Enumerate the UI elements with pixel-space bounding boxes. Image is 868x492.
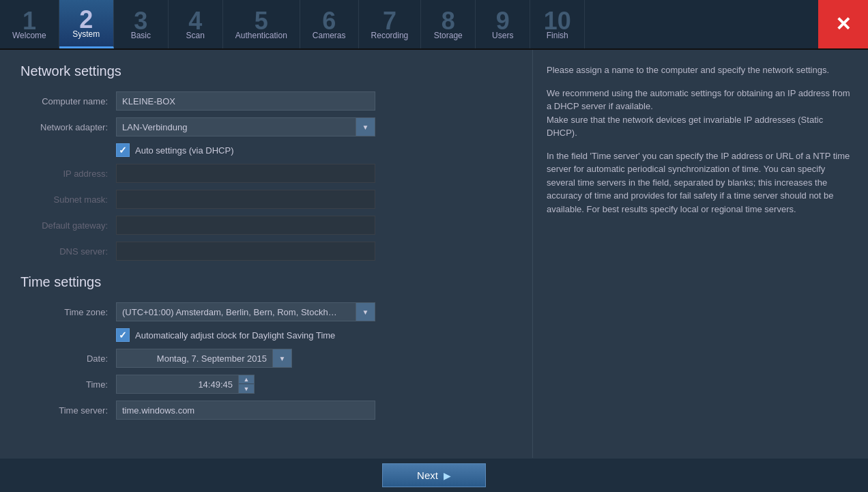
time-input[interactable] <box>116 375 239 394</box>
auto-settings-checkbox[interactable]: ✓ <box>116 143 130 157</box>
nav-item-authentication[interactable]: 5 Authentication <box>223 0 300 48</box>
network-adapter-input[interactable] <box>116 117 356 136</box>
computer-name-input[interactable] <box>116 91 375 111</box>
info-paragraph-3: In the field 'Time server' you can speci… <box>547 149 854 216</box>
time-server-input[interactable] <box>116 401 375 420</box>
nav-item-cameras[interactable]: 6 Cameras <box>300 0 359 48</box>
nav-item-finish[interactable]: 10 Finish <box>530 0 585 48</box>
time-server-label: Time server: <box>20 405 116 416</box>
dns-server-row: DNS server: <box>20 242 512 261</box>
next-label: Next <box>417 469 438 481</box>
right-info-panel: Please assign a name to the computer and… <box>532 50 868 492</box>
nav-item-basic[interactable]: 3 Basic <box>114 0 169 48</box>
default-gateway-label: Default gateway: <box>20 220 116 231</box>
checkmark-icon-2: ✓ <box>119 330 127 341</box>
timezone-input[interactable] <box>116 302 356 321</box>
subnet-mask-row: Subnet mask: <box>20 190 512 209</box>
ip-address-input[interactable] <box>116 164 375 183</box>
time-spinner-buttons: ▲ ▼ <box>239 375 255 394</box>
computer-name-label: Computer name: <box>20 96 116 106</box>
dns-server-input[interactable] <box>116 242 375 261</box>
top-navigation: 1 Welcome 2 System 3 Basic 4 Scan 5 Auth… <box>0 0 868 50</box>
checkmark-icon: ✓ <box>119 145 127 156</box>
next-arrow-icon: ▶ <box>444 470 451 481</box>
daylight-saving-label: Automatically adjust clock for Daylight … <box>135 330 335 341</box>
info-paragraph-2: We recommend using the automatic setting… <box>547 87 854 140</box>
network-section-title: Network settings <box>20 63 512 79</box>
main-content: Network settings Computer name: Network … <box>0 50 868 492</box>
subnet-mask-label: Subnet mask: <box>20 194 116 205</box>
dns-server-label: DNS server: <box>20 246 116 257</box>
default-gateway-input[interactable] <box>116 216 375 235</box>
network-adapter-label: Network adapter: <box>20 122 116 132</box>
bottom-bar: Next ▶ <box>0 458 868 492</box>
nav-item-scan[interactable]: 4 Scan <box>169 0 223 48</box>
time-spinner: ▲ ▼ <box>116 375 255 394</box>
network-adapter-row: Network adapter: ▼ <box>20 117 512 136</box>
time-section-title: Time settings <box>20 274 512 290</box>
nav-item-users[interactable]: 9 Users <box>476 0 530 48</box>
time-increment-button[interactable]: ▲ <box>239 375 254 384</box>
close-icon: ✕ <box>835 13 851 35</box>
info-paragraph-1: Please assign a name to the computer and… <box>547 63 854 77</box>
nav-item-recording[interactable]: 7 Recording <box>359 0 422 48</box>
ip-address-label: IP address: <box>20 169 116 179</box>
date-picker: ▼ <box>116 349 292 368</box>
date-label: Date: <box>20 353 116 364</box>
auto-settings-row: ✓ Auto settings (via DHCP) <box>116 143 512 157</box>
auto-settings-label: Auto settings (via DHCP) <box>135 145 234 156</box>
time-label: Time: <box>20 379 116 390</box>
nav-item-welcome[interactable]: 1 Welcome <box>0 0 59 48</box>
default-gateway-row: Default gateway: <box>20 216 512 235</box>
daylight-saving-checkbox[interactable]: ✓ <box>116 328 130 342</box>
time-row: Time: ▲ ▼ <box>20 375 512 394</box>
computer-name-row: Computer name: <box>20 91 512 111</box>
date-dropdown-button[interactable]: ▼ <box>273 349 292 368</box>
date-row: Date: ▼ <box>20 349 512 368</box>
timezone-row: Time zone: ▼ <box>20 302 512 321</box>
next-button[interactable]: Next ▶ <box>382 463 486 487</box>
timezone-label: Time zone: <box>20 307 116 317</box>
timezone-dropdown: ▼ <box>116 302 375 321</box>
subnet-mask-input[interactable] <box>116 190 375 209</box>
daylight-saving-row: ✓ Automatically adjust clock for Dayligh… <box>116 328 512 342</box>
time-decrement-button[interactable]: ▼ <box>239 384 254 393</box>
nav-item-system[interactable]: 2 System <box>59 0 114 48</box>
auto-settings-checkbox-label[interactable]: ✓ Auto settings (via DHCP) <box>116 143 234 157</box>
nav-item-storage[interactable]: 8 Storage <box>421 0 476 48</box>
network-adapter-dropdown-button[interactable]: ▼ <box>356 117 375 136</box>
left-panel: Network settings Computer name: Network … <box>0 50 532 492</box>
timezone-dropdown-button[interactable]: ▼ <box>356 302 375 321</box>
date-input[interactable] <box>116 349 273 368</box>
network-adapter-dropdown: ▼ <box>116 117 375 136</box>
ip-address-row: IP address: <box>20 164 512 183</box>
daylight-saving-checkbox-label[interactable]: ✓ Automatically adjust clock for Dayligh… <box>116 328 335 342</box>
time-server-row: Time server: <box>20 401 512 420</box>
close-button[interactable]: ✕ <box>818 0 868 48</box>
